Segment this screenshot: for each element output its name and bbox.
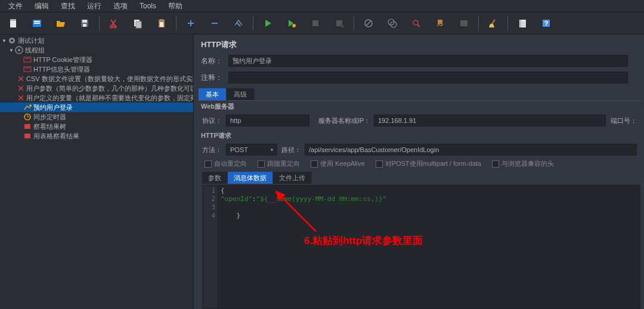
menu-file[interactable]: 文件 bbox=[2, 0, 29, 13]
cut-icon[interactable] bbox=[103, 14, 125, 32]
svg-point-42 bbox=[18, 49, 20, 51]
name-input[interactable] bbox=[228, 55, 628, 67]
chk-multipart[interactable]: 对POST使用multipart / form-data bbox=[376, 159, 481, 168]
chk-browser-headers[interactable]: 与浏览器兼容的头 bbox=[492, 159, 554, 168]
svg-rect-11 bbox=[136, 21, 141, 28]
collapse-icon[interactable] bbox=[203, 14, 226, 32]
panel-title: HTTP请求 bbox=[199, 38, 644, 54]
svg-rect-52 bbox=[24, 134, 30, 138]
svg-rect-1 bbox=[10, 19, 16, 21]
svg-point-40 bbox=[11, 39, 13, 42]
expand-icon[interactable] bbox=[179, 14, 202, 32]
svg-line-27 bbox=[417, 24, 420, 27]
svg-point-26 bbox=[413, 20, 418, 25]
body-editor[interactable]: 1 2 3 4 { "openId":"${__time(yyyy-MM-dd … bbox=[202, 185, 640, 309]
tree-sync-timer[interactable]: 同步定时器 bbox=[0, 112, 193, 122]
http-request-subtitle: HTTP请求 bbox=[199, 130, 640, 141]
help-icon[interactable]: ? bbox=[535, 14, 558, 32]
start-no-pause-icon[interactable] bbox=[280, 14, 303, 32]
method-select[interactable]: POST bbox=[226, 144, 277, 156]
save-icon[interactable] bbox=[73, 14, 96, 32]
svg-rect-14 bbox=[160, 22, 163, 27]
comment-input[interactable] bbox=[228, 72, 628, 84]
stop-icon[interactable] bbox=[304, 14, 327, 32]
svg-point-18 bbox=[292, 24, 296, 27]
tab-params[interactable]: 参数 bbox=[202, 172, 228, 184]
paste-icon[interactable] bbox=[150, 14, 173, 32]
chk-auto-redirect[interactable]: 自动重定向 bbox=[205, 159, 247, 168]
path-label: 路径： bbox=[281, 146, 301, 154]
tree-cookie-manager[interactable]: HTTP Cookie管理器 bbox=[0, 55, 193, 64]
toolbar: ? bbox=[0, 12, 644, 35]
broom-icon[interactable] bbox=[482, 14, 504, 32]
reset-search-icon[interactable] bbox=[429, 14, 451, 32]
menu-tools[interactable]: Tools bbox=[134, 1, 162, 11]
shutdown-icon[interactable] bbox=[328, 14, 351, 32]
tree-root[interactable]: ▼ 测试计划 bbox=[0, 36, 193, 45]
search-icon[interactable] bbox=[405, 14, 428, 32]
tree-csv-data[interactable]: CSV 数据文件设置（数据量较大，使用数据文件的形式实现） bbox=[0, 74, 193, 84]
svg-point-21 bbox=[340, 24, 344, 28]
svg-point-25 bbox=[391, 21, 397, 27]
menu-edit[interactable]: 编辑 bbox=[29, 0, 55, 13]
web-server-title: Web服务器 bbox=[199, 101, 640, 112]
clear-icon[interactable] bbox=[357, 14, 380, 32]
http-request-panel: HTTP请求 名称： 注释： 基本 高级 Web服务器 协议： 服务器名称或IP… bbox=[194, 35, 644, 309]
svg-text:?: ? bbox=[544, 20, 549, 27]
svg-rect-30 bbox=[464, 20, 467, 26]
port-label: 端口号： bbox=[609, 116, 637, 125]
body-tabs: 参数 消息体数据 文件上传 bbox=[199, 172, 644, 184]
svg-rect-29 bbox=[460, 20, 464, 26]
menu-run[interactable]: 运行 bbox=[81, 0, 107, 13]
server-label: 服务器名称或IP： bbox=[313, 116, 370, 125]
tree-thread-group[interactable]: ▼ 线程组 bbox=[0, 45, 193, 55]
menu-search[interactable]: 查找 bbox=[55, 0, 81, 13]
chk-follow-redirect[interactable]: 跟随重定向 bbox=[258, 159, 300, 168]
svg-rect-3 bbox=[34, 21, 40, 22]
svg-rect-45 bbox=[24, 67, 31, 72]
start-icon[interactable] bbox=[256, 14, 279, 32]
tab-body-data[interactable]: 消息体数据 bbox=[228, 172, 273, 184]
svg-line-31 bbox=[492, 20, 495, 24]
tab-advanced[interactable]: 高级 bbox=[227, 88, 255, 100]
svg-point-47 bbox=[29, 104, 32, 107]
test-plan-tree[interactable]: ▼ 测试计划 ▼ 线程组 HTTP Cookie管理器 HTTP信息头管理器 C… bbox=[0, 35, 194, 309]
tree-user-vars[interactable]: 用户定义的变量（就是那种不需要迭代变化的参数，固定死的） bbox=[0, 93, 193, 103]
copy-icon[interactable] bbox=[126, 14, 149, 32]
menu-help[interactable]: 帮助 bbox=[162, 0, 188, 13]
editor-gutter: 1 2 3 4 bbox=[203, 186, 218, 308]
svg-rect-51 bbox=[24, 124, 30, 129]
menu-bar: 文件 编辑 查找 运行 选项 Tools 帮助 bbox=[0, 0, 644, 12]
tab-basic[interactable]: 基本 bbox=[199, 88, 227, 100]
function-helper-icon[interactable] bbox=[453, 14, 475, 32]
tree-results-table[interactable]: 用表格察看结果 bbox=[0, 131, 193, 141]
tree-thread-group-label: 线程组 bbox=[25, 46, 45, 55]
menu-options[interactable]: 选项 bbox=[107, 0, 134, 13]
open-icon[interactable] bbox=[49, 14, 72, 32]
svg-rect-28 bbox=[438, 20, 442, 24]
tree-results-tree[interactable]: 察看结果树 bbox=[0, 122, 193, 131]
templates-icon[interactable] bbox=[26, 14, 48, 32]
svg-rect-13 bbox=[160, 19, 163, 21]
tree-header-manager[interactable]: HTTP信息头管理器 bbox=[0, 64, 193, 74]
svg-rect-43 bbox=[24, 57, 31, 62]
basic-advanced-tabs: 基本 高级 bbox=[199, 88, 644, 100]
path-input[interactable] bbox=[305, 144, 637, 156]
tree-root-label: 测试计划 bbox=[18, 36, 44, 45]
tree-http-request[interactable]: 预约用户登录 bbox=[0, 103, 193, 112]
tab-file-upload[interactable]: 文件上传 bbox=[273, 172, 312, 184]
editor-code[interactable]: { "openId":"${__time(yyyy-MM-dd HH:mm:ss… bbox=[218, 186, 640, 308]
protocol-input[interactable] bbox=[226, 115, 309, 126]
svg-point-24 bbox=[388, 19, 394, 25]
svg-rect-7 bbox=[83, 24, 86, 27]
svg-rect-4 bbox=[34, 23, 40, 24]
toggle-icon[interactable] bbox=[227, 14, 250, 32]
tree-user-params[interactable]: 用户参数（简单的少数参数，几个的那种）几种参数化可以联合 bbox=[0, 84, 193, 93]
server-input[interactable] bbox=[374, 115, 606, 126]
svg-rect-6 bbox=[82, 20, 87, 23]
chk-keepalive[interactable]: 使用 KeepAlive bbox=[311, 159, 365, 168]
svg-rect-19 bbox=[312, 20, 318, 26]
new-file-icon[interactable] bbox=[2, 14, 24, 32]
notebook-icon[interactable] bbox=[511, 14, 534, 32]
clear-all-icon[interactable] bbox=[381, 14, 404, 32]
